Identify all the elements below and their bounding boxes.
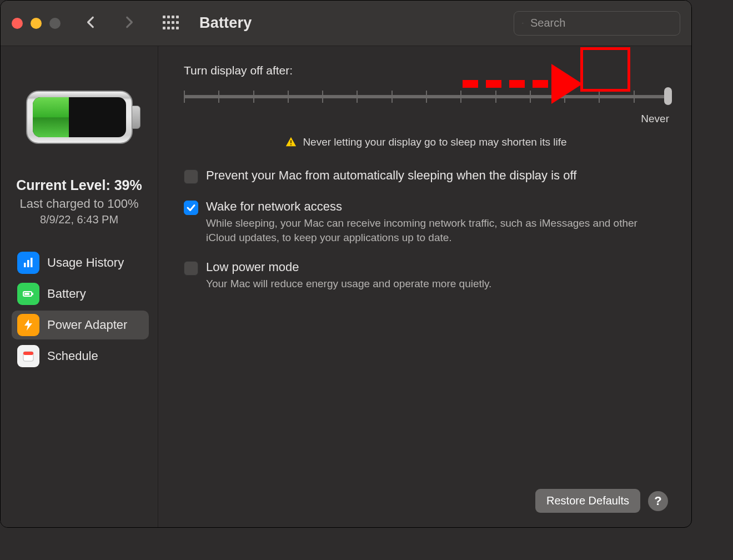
battery-level-label: Current Level: 39% bbox=[16, 177, 142, 193]
svg-rect-4 bbox=[31, 258, 33, 267]
svg-rect-6 bbox=[24, 293, 29, 295]
battery-prefs-window: Battery Current Level: 39% Last charged … bbox=[0, 0, 692, 528]
sidebar-item-schedule[interactable]: Schedule bbox=[12, 342, 149, 371]
slider-thumb[interactable] bbox=[664, 87, 672, 105]
slider-warning-text: Never letting your display go to sleep m… bbox=[303, 136, 566, 148]
help-button[interactable]: ? bbox=[648, 491, 668, 511]
battery-level-icon bbox=[26, 91, 133, 144]
sidebar-item-label: Battery bbox=[47, 287, 86, 301]
sidebar-item-battery[interactable]: Battery bbox=[12, 279, 149, 308]
warning-icon bbox=[285, 136, 297, 148]
sidebar-nav: Usage History Battery Power Adapter bbox=[6, 248, 152, 371]
sidebar-item-usage-history[interactable]: Usage History bbox=[12, 248, 149, 277]
battery-icon bbox=[17, 283, 39, 305]
show-all-prefs-button[interactable] bbox=[163, 16, 178, 31]
slider-ticks bbox=[184, 91, 668, 109]
search-field[interactable] bbox=[514, 11, 680, 36]
slider-warning: Never letting your display go to sleep m… bbox=[184, 136, 668, 148]
last-charged-label: Last charged to 100% bbox=[19, 197, 138, 211]
option-low-power: Low power mode Your Mac will reduce ener… bbox=[184, 260, 668, 291]
footer: Restore Defaults ? bbox=[184, 489, 668, 516]
svg-line-1 bbox=[523, 23, 524, 24]
options-list: Prevent your Mac from automatically slee… bbox=[184, 168, 668, 291]
svg-rect-11 bbox=[290, 144, 292, 146]
sidebar-item-power-adapter[interactable]: Power Adapter bbox=[12, 311, 149, 339]
low-power-checkbox[interactable] bbox=[184, 261, 198, 276]
slider-end-label: Never bbox=[641, 113, 669, 125]
window-title: Battery bbox=[199, 14, 252, 32]
svg-rect-9 bbox=[23, 352, 33, 355]
sidebar-item-label: Usage History bbox=[47, 256, 124, 270]
toolbar: Battery bbox=[1, 1, 691, 46]
search-icon bbox=[522, 18, 524, 29]
wake-network-checkbox[interactable] bbox=[184, 201, 198, 215]
svg-rect-2 bbox=[24, 263, 26, 267]
main-panel: Turn display off after: Never Never lett… bbox=[158, 46, 691, 527]
bar-chart-icon bbox=[17, 252, 39, 274]
window-controls bbox=[12, 18, 61, 29]
close-window-button[interactable] bbox=[12, 18, 23, 29]
minimize-window-button[interactable] bbox=[31, 18, 42, 29]
option-prevent-sleep: Prevent your Mac from automatically slee… bbox=[184, 168, 668, 184]
option-title: Low power mode bbox=[206, 260, 491, 274]
zoom-window-button[interactable] bbox=[49, 18, 61, 29]
prevent-sleep-checkbox[interactable] bbox=[184, 169, 198, 184]
sidebar-item-label: Power Adapter bbox=[47, 318, 127, 332]
option-title: Wake for network access bbox=[206, 199, 650, 214]
svg-rect-10 bbox=[290, 140, 292, 143]
sidebar: Current Level: 39% Last charged to 100% … bbox=[1, 46, 158, 527]
bolt-icon bbox=[17, 314, 39, 336]
option-desc: Your Mac will reduce energy usage and op… bbox=[206, 277, 491, 291]
display-off-label: Turn display off after: bbox=[184, 64, 668, 77]
svg-point-0 bbox=[522, 22, 523, 23]
last-charged-time: 8/9/22, 6:43 PM bbox=[40, 213, 118, 226]
display-off-slider[interactable]: Never bbox=[184, 87, 668, 109]
option-desc: While sleeping, your Mac can receive inc… bbox=[206, 216, 650, 244]
sidebar-item-label: Schedule bbox=[47, 349, 98, 363]
search-input[interactable] bbox=[529, 16, 672, 30]
svg-rect-7 bbox=[32, 293, 33, 295]
back-button[interactable] bbox=[78, 12, 104, 34]
forward-button[interactable] bbox=[116, 12, 142, 34]
option-wake-network: Wake for network access While sleeping, … bbox=[184, 199, 668, 244]
restore-defaults-button[interactable]: Restore Defaults bbox=[535, 489, 640, 513]
svg-rect-3 bbox=[27, 260, 29, 267]
option-title: Prevent your Mac from automatically slee… bbox=[206, 168, 576, 183]
calendar-icon bbox=[17, 345, 39, 367]
